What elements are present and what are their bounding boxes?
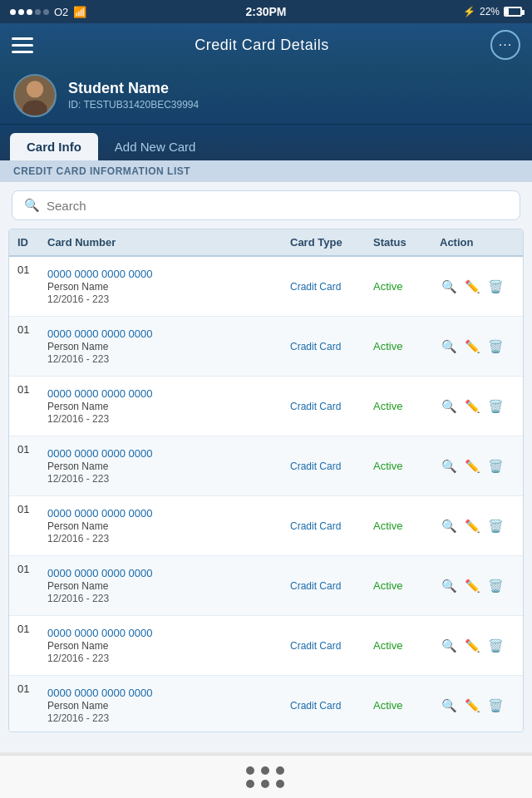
card-name: Person Name: [47, 520, 290, 532]
battery-icon: [504, 7, 522, 17]
table-container: ID Card Number Card Type Status Action 0…: [8, 229, 524, 732]
card-name: Person Name: [47, 341, 290, 352]
delete-action-button[interactable]: 🗑️: [486, 278, 505, 296]
bottom-bar: [0, 755, 532, 798]
card-number: 0000 0000 0000 0000: [47, 627, 290, 639]
table-row: 01 0000 0000 0000 0000 Person Name 12/20…: [9, 496, 523, 556]
edit-action-button[interactable]: ✏️: [463, 278, 481, 296]
card-number: 0000 0000 0000 0000: [47, 447, 290, 460]
card-name: Person Name: [47, 281, 290, 293]
cell-status: Active: [373, 699, 440, 712]
card-expiry: 12/2016 - 223: [47, 353, 290, 365]
delete-action-button[interactable]: 🗑️: [486, 637, 505, 655]
profile-name: Student Name: [68, 80, 199, 97]
cell-status: Active: [373, 280, 440, 293]
cell-id: 01: [17, 322, 47, 336]
cell-card-type: Cradit Card: [290, 341, 373, 352]
search-action-button[interactable]: 🔍: [440, 577, 458, 595]
cell-card-info: 0000 0000 0000 0000 Person Name 12/2016 …: [47, 268, 290, 305]
avatar: [13, 74, 57, 117]
cell-actions: 🔍 ✏️ 🗑️: [440, 517, 515, 535]
table-row: 01 0000 0000 0000 0000 Person Name 12/20…: [9, 377, 523, 436]
card-number: 0000 0000 0000 0000: [47, 507, 290, 520]
cell-status: Active: [373, 460, 440, 472]
edit-action-button[interactable]: ✏️: [463, 577, 481, 595]
search-action-button[interactable]: 🔍: [440, 278, 458, 296]
card-name: Person Name: [47, 580, 290, 592]
cell-card-type: Cradit Card: [290, 700, 373, 712]
edit-action-button[interactable]: ✏️: [463, 637, 481, 655]
menu-button[interactable]: [12, 37, 33, 53]
card-expiry: 12/2016 - 223: [47, 593, 290, 604]
time-label: 2:30PM: [245, 5, 286, 18]
tab-add-new-card[interactable]: Add New Card: [98, 133, 213, 160]
card-number: 0000 0000 0000 0000: [47, 268, 290, 280]
card-expiry: 12/2016 - 223: [47, 413, 290, 425]
delete-action-button[interactable]: 🗑️: [486, 337, 505, 356]
cell-card-info: 0000 0000 0000 0000 Person Name 12/2016 …: [47, 507, 290, 544]
header-nav: Credit Card Details ···: [0, 23, 532, 66]
cell-status: Active: [373, 340, 440, 352]
bottom-nav-dots[interactable]: [246, 766, 286, 788]
table-row: 01 0000 0000 0000 0000 Person Name 12/20…: [9, 676, 523, 732]
table-row: 01 0000 0000 0000 0000 Person Name 12/20…: [9, 556, 523, 616]
bluetooth-icon: ⚡: [463, 6, 475, 17]
section-label: CREDIT CARD INFORMATION LIST: [0, 160, 532, 182]
col-card-number: Card Number: [47, 236, 290, 249]
cell-status: Active: [373, 400, 440, 412]
cell-actions: 🔍 ✏️ 🗑️: [440, 278, 515, 296]
table-row: 01 0000 0000 0000 0000 Person Name 12/20…: [9, 317, 523, 377]
delete-action-button[interactable]: 🗑️: [486, 517, 505, 535]
card-expiry: 12/2016 - 223: [47, 712, 290, 724]
wifi-icon: 📶: [73, 6, 86, 18]
cell-actions: 🔍 ✏️ 🗑️: [440, 697, 515, 715]
delete-action-button[interactable]: 🗑️: [486, 697, 505, 715]
delete-action-button[interactable]: 🗑️: [486, 397, 505, 416]
edit-action-button[interactable]: ✏️: [463, 337, 481, 356]
edit-action-button[interactable]: ✏️: [463, 397, 481, 416]
tabs: Card Info Add New Card: [0, 125, 532, 160]
delete-action-button[interactable]: 🗑️: [486, 457, 505, 475]
search-action-button[interactable]: 🔍: [440, 637, 458, 655]
cell-card-info: 0000 0000 0000 0000 Person Name 12/2016 …: [47, 328, 290, 365]
edit-action-button[interactable]: ✏️: [463, 697, 481, 715]
search-input[interactable]: [47, 199, 508, 213]
battery-percent: 22%: [480, 6, 500, 17]
edit-action-button[interactable]: ✏️: [463, 457, 481, 475]
cell-card-info: 0000 0000 0000 0000 Person Name 12/2016 …: [47, 627, 290, 664]
carrier-label: O2: [54, 6, 68, 18]
search-icon: 🔍: [24, 198, 40, 213]
cell-card-info: 0000 0000 0000 0000 Person Name 12/2016 …: [47, 687, 290, 724]
more-button[interactable]: ···: [490, 30, 520, 60]
search-action-button[interactable]: 🔍: [440, 697, 458, 715]
cell-id: 01: [17, 262, 47, 276]
cell-card-type: Cradit Card: [290, 401, 373, 412]
svg-point-1: [27, 81, 43, 97]
card-name: Person Name: [47, 401, 290, 412]
delete-action-button[interactable]: 🗑️: [486, 577, 505, 595]
card-expiry: 12/2016 - 223: [47, 653, 290, 664]
cell-id: 01: [17, 382, 47, 396]
cell-status: Active: [373, 639, 440, 652]
card-number: 0000 0000 0000 0000: [47, 328, 290, 340]
cell-actions: 🔍 ✏️ 🗑️: [440, 337, 515, 356]
col-card-type: Card Type: [290, 236, 373, 249]
status-left: O2 📶: [10, 6, 86, 18]
main-content: CREDIT CARD INFORMATION LIST 🔍 ID Card N…: [0, 160, 532, 752]
search-bar: 🔍: [0, 182, 532, 229]
search-action-button[interactable]: 🔍: [440, 457, 458, 475]
search-action-button[interactable]: 🔍: [440, 337, 458, 356]
page-title: Credit Card Details: [195, 37, 329, 54]
table-row: 01 0000 0000 0000 0000 Person Name 12/20…: [9, 616, 523, 676]
edit-action-button[interactable]: ✏️: [463, 517, 481, 535]
profile-bar: Student Name ID: TESTUB31420BEC39994: [0, 66, 532, 125]
cell-card-type: Cradit Card: [290, 640, 373, 652]
cell-id: 01: [17, 621, 47, 635]
signal-dots: [10, 9, 49, 15]
search-action-button[interactable]: 🔍: [440, 517, 458, 535]
cell-card-type: Cradit Card: [290, 520, 373, 532]
cell-status: Active: [373, 579, 440, 592]
search-action-button[interactable]: 🔍: [440, 397, 458, 416]
cell-actions: 🔍 ✏️ 🗑️: [440, 637, 515, 655]
tab-card-info[interactable]: Card Info: [10, 133, 98, 160]
